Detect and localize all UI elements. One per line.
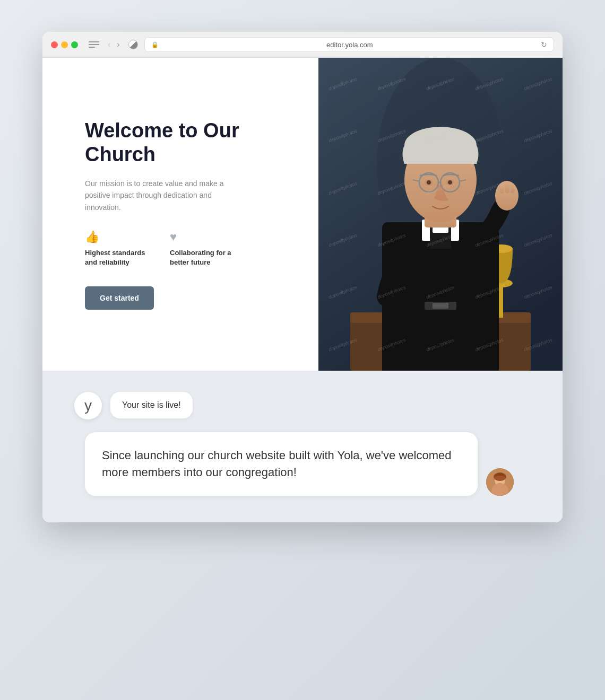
heart-icon: ♥	[170, 230, 234, 244]
user-message-text: Since launching our church website built…	[102, 449, 451, 479]
feature-icons: 👍 Highest standards and reliability ♥ Co…	[85, 230, 287, 267]
hero-subtitle: Our mission is to create value and make …	[85, 178, 244, 213]
close-button[interactable]	[51, 41, 58, 48]
traffic-lights	[51, 41, 78, 48]
svg-rect-25	[511, 183, 514, 193]
svg-point-21	[427, 180, 431, 185]
user-avatar	[486, 468, 514, 496]
svg-rect-26	[500, 185, 504, 194]
svg-rect-24	[505, 182, 509, 193]
yola-avatar-letter: y	[84, 397, 92, 414]
chat-bubble-system: y Your site is live!	[74, 392, 531, 419]
maximize-button[interactable]	[71, 41, 78, 48]
priest-image: depositphotos depositphotos depositphoto…	[318, 58, 563, 371]
feature-label-collaborating: Collaborating for a better future	[170, 248, 234, 267]
theme-icon	[128, 40, 138, 49]
forward-button[interactable]: ›	[115, 39, 122, 50]
system-message-text: Your site is live!	[122, 400, 181, 409]
browser-window: ‹ › 🔒 editor.yola.com ↻ Welcome to Our C…	[42, 32, 563, 522]
chat-section: y Your site is live! Since launching our…	[42, 371, 563, 522]
lock-icon: 🔒	[151, 41, 159, 48]
yola-avatar: y	[74, 392, 102, 419]
svg-rect-28	[433, 303, 448, 309]
hero-left: Welcome to Our Church Our mission is to …	[42, 58, 318, 371]
url-text: editor.yola.com	[162, 41, 538, 49]
hero-title: Welcome to Our Church	[85, 119, 287, 167]
svg-point-22	[448, 180, 452, 185]
feature-label-standards: Highest standards and reliability	[85, 248, 149, 267]
address-bar[interactable]: 🔒 editor.yola.com ↻	[144, 37, 554, 52]
hero-right: depositphotos depositphotos depositphoto…	[318, 58, 563, 371]
user-message-bubble: Since launching our church website built…	[85, 432, 478, 496]
nav-arrows: ‹ ›	[106, 39, 122, 50]
get-started-button[interactable]: Get started	[85, 286, 154, 310]
browser-chrome: ‹ › 🔒 editor.yola.com ↻	[42, 32, 563, 58]
minimize-button[interactable]	[61, 41, 68, 48]
sidebar-toggle-icon[interactable]	[89, 40, 99, 49]
feature-item-standards: 👍 Highest standards and reliability	[85, 230, 149, 267]
website-content: Welcome to Our Church Our mission is to …	[42, 58, 563, 371]
chat-bubble-user: Since launching our church website built…	[85, 432, 531, 496]
thumbs-up-icon: 👍	[85, 230, 149, 244]
feature-item-collaborating: ♥ Collaborating for a better future	[170, 230, 234, 267]
system-message-bubble: Your site is live!	[110, 392, 193, 418]
back-button[interactable]: ‹	[106, 39, 113, 50]
refresh-icon[interactable]: ↻	[541, 40, 547, 49]
